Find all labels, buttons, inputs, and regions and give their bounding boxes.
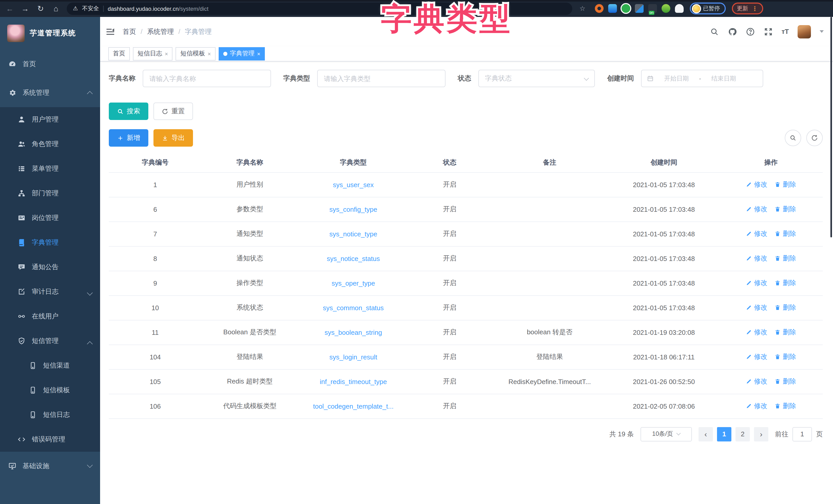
dict-type-link[interactable]: sys_config_type xyxy=(298,197,408,222)
page-button-2[interactable]: 2 xyxy=(736,427,750,441)
bookmark-star-icon[interactable]: ☆ xyxy=(579,5,585,12)
status-select[interactable]: 字典状态 xyxy=(478,70,595,87)
dict-type-link[interactable]: sys_boolean_string xyxy=(298,320,408,345)
close-icon[interactable]: × xyxy=(165,51,168,57)
close-icon[interactable]: × xyxy=(257,51,260,57)
blue-gem-icon[interactable] xyxy=(608,4,617,13)
page-size-select[interactable]: 10条/页 xyxy=(641,427,692,441)
chevron-down-icon[interactable] xyxy=(820,30,824,33)
sidebar-item-sms-management[interactable]: 短信管理 xyxy=(0,329,100,353)
dict-type-link[interactable]: sys_notice_status xyxy=(298,246,408,271)
github-icon[interactable] xyxy=(728,27,737,36)
edit-button[interactable]: 修改 xyxy=(746,205,767,214)
sidebar-logo-row[interactable]: 芋道管理系统 xyxy=(0,17,100,50)
start-date-input[interactable] xyxy=(657,75,696,82)
home-icon[interactable]: ⌂ xyxy=(51,4,61,13)
chrome-update-chip[interactable]: 更新 ⋮ xyxy=(732,3,763,14)
sidebar-item-notice[interactable]: 通知公告 xyxy=(0,255,100,279)
adblocker-orange-icon[interactable] xyxy=(595,4,603,13)
delete-button[interactable]: 删除 xyxy=(775,180,796,189)
edit-button[interactable]: 修改 xyxy=(746,328,767,337)
browser-menu-icon[interactable]: ⋮ xyxy=(752,5,758,12)
edit-button[interactable]: 修改 xyxy=(746,377,767,386)
end-date-input[interactable] xyxy=(704,75,743,82)
sidebar-item-system-management[interactable]: 系统管理 xyxy=(0,78,100,107)
sidebar-item-home[interactable]: 首页 xyxy=(0,50,100,78)
green-translate-icon[interactable] xyxy=(621,4,630,13)
tab-sms-template[interactable]: 短信模板 × xyxy=(176,47,216,60)
tab-dict-management[interactable]: 字典管理 × xyxy=(219,47,265,60)
close-icon[interactable]: × xyxy=(208,51,211,57)
sidebar-item-online-users[interactable]: 在线用户 xyxy=(0,304,100,329)
breadcrumb-system[interactable]: 系统管理 xyxy=(147,27,174,36)
address-bar[interactable]: ⚠ 不安全 dashboard.yudao.iocoder.cn/system/… xyxy=(67,2,572,15)
edit-button[interactable]: 修改 xyxy=(746,352,767,361)
window-scrollbar[interactable] xyxy=(830,17,832,237)
sidebar-item-audit-log[interactable]: 审计日志 xyxy=(0,279,100,304)
edit-button[interactable]: 修改 xyxy=(746,303,767,312)
reset-button[interactable]: 重置 xyxy=(153,103,193,120)
tab-home[interactable]: 首页 xyxy=(108,47,130,60)
sidebar-toggle-button[interactable] xyxy=(105,26,116,37)
next-page-button[interactable]: › xyxy=(754,427,768,441)
proxy-on-icon[interactable]: on xyxy=(648,4,657,13)
dict-type-link[interactable]: sys_oper_type xyxy=(298,271,408,295)
delete-button[interactable]: 删除 xyxy=(775,303,796,312)
font-size-icon[interactable]: тT xyxy=(781,28,789,35)
sidebar-item-post-management[interactable]: 岗位管理 xyxy=(0,206,100,230)
sidebar-item-dict-management[interactable]: 字典管理 xyxy=(0,230,100,255)
page-button-1[interactable]: 1 xyxy=(717,427,731,441)
prev-page-button[interactable]: ‹ xyxy=(698,427,713,441)
ghost-icon[interactable] xyxy=(675,4,683,13)
update-label[interactable]: 更新 xyxy=(737,5,748,12)
delete-button[interactable]: 删除 xyxy=(775,401,796,411)
sidebar-item-sms-channel[interactable]: 短信渠道 xyxy=(0,353,100,378)
edit-button[interactable]: 修改 xyxy=(746,180,767,189)
edit-button[interactable]: 修改 xyxy=(746,278,767,287)
export-button[interactable]: 导出 xyxy=(153,129,193,147)
goto-page-input[interactable] xyxy=(792,427,812,441)
sidebar-item-user-management[interactable]: 用户管理 xyxy=(0,107,100,132)
recorder-paused-chip[interactable]: 已暂停 xyxy=(690,3,725,14)
sidebar-item-sms-log[interactable]: 短信日志 xyxy=(0,402,100,427)
breadcrumb-home[interactable]: 首页 xyxy=(123,27,136,36)
dict-type-link[interactable]: sys_user_sex xyxy=(298,172,408,197)
sidebar-item-menu-management[interactable]: 菜单管理 xyxy=(0,156,100,181)
url-text[interactable]: dashboard.yudao.iocoder.cn/system/dict xyxy=(108,5,209,11)
edit-button[interactable]: 修改 xyxy=(746,401,767,411)
help-icon[interactable] xyxy=(745,27,755,36)
edit-button[interactable]: 修改 xyxy=(746,229,767,238)
sidebar-item-role-management[interactable]: 角色管理 xyxy=(0,132,100,156)
search-button[interactable]: 搜索 xyxy=(109,103,148,120)
forward-icon[interactable]: → xyxy=(21,4,30,13)
delete-button[interactable]: 删除 xyxy=(775,377,796,386)
show-search-button[interactable] xyxy=(785,130,801,146)
dict-type-input[interactable] xyxy=(317,70,446,87)
dict-type-link[interactable]: inf_redis_timeout_type xyxy=(298,369,408,394)
back-icon[interactable]: ← xyxy=(5,4,15,13)
date-range-picker[interactable]: - xyxy=(641,70,763,87)
grid-gem-icon[interactable] xyxy=(635,4,643,13)
dict-type-link[interactable]: tool_codegen_template_t... xyxy=(298,394,408,419)
add-button[interactable]: 新增 xyxy=(109,129,148,147)
refresh-table-button[interactable] xyxy=(806,130,823,146)
sidebar-item-infrastructure[interactable]: 基础设施 xyxy=(0,452,100,480)
reload-icon[interactable]: ↻ xyxy=(36,4,45,13)
dict-name-input[interactable] xyxy=(143,70,271,87)
delete-button[interactable]: 删除 xyxy=(775,205,796,214)
dict-type-link[interactable]: sys_login_result xyxy=(298,345,408,369)
dict-type-link[interactable]: sys_notice_type xyxy=(298,222,408,246)
security-label[interactable]: 不安全 xyxy=(82,5,99,12)
delete-button[interactable]: 删除 xyxy=(775,352,796,361)
avatar[interactable] xyxy=(798,25,811,38)
edit-button[interactable]: 修改 xyxy=(746,254,767,263)
delete-button[interactable]: 删除 xyxy=(775,254,796,263)
dict-type-link[interactable]: sys_common_status xyxy=(298,295,408,320)
sidebar-item-error-code[interactable]: 错误码管理 xyxy=(0,427,100,452)
sidebar-item-dept-management[interactable]: 部门管理 xyxy=(0,181,100,206)
delete-button[interactable]: 删除 xyxy=(775,328,796,337)
sprout-icon[interactable] xyxy=(661,4,670,13)
fullscreen-icon[interactable] xyxy=(763,27,773,36)
delete-button[interactable]: 删除 xyxy=(775,278,796,287)
tab-sms-log[interactable]: 短信日志 × xyxy=(133,47,173,60)
